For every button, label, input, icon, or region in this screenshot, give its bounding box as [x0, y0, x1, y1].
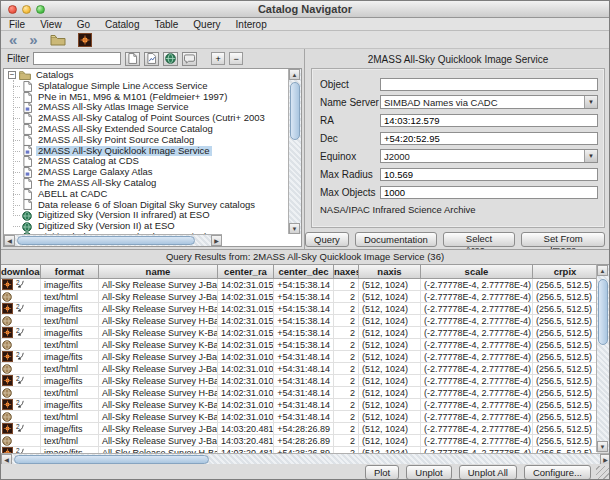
scroll-up-icon[interactable]: ▲ [289, 69, 300, 80]
document-icon [21, 178, 33, 189]
table-row[interactable]: 2image/fitsAll-Sky Release Survey J-Band… [1, 423, 598, 435]
browser-icon[interactable] [2, 436, 12, 446]
browser-icon[interactable] [2, 316, 12, 326]
column-naxes[interactable]: naxes [334, 264, 359, 279]
titlebar[interactable]: Catalog Navigator [1, 1, 609, 18]
plot-download-icon[interactable]: 2 [15, 327, 26, 338]
collapse-all-button[interactable]: − [229, 52, 243, 65]
tree-item[interactable]: Splatalogue Simple Line Access Service [5, 81, 288, 92]
column-center-dec[interactable]: center_dec [274, 264, 334, 279]
unplot-all-button[interactable]: Unplot All [459, 465, 517, 480]
table-row[interactable]: 2image/fitsAll-Sky Release Survey H-Band… [1, 375, 598, 387]
table-vscroll-thumb[interactable] [598, 279, 608, 345]
plot-download-icon[interactable]: 2 [15, 375, 26, 386]
resize-grip[interactable] [596, 466, 609, 479]
chevron-down-icon[interactable]: ▼ [584, 150, 597, 162]
menu-go[interactable]: Go [77, 19, 90, 30]
column-scale[interactable]: scale [421, 264, 533, 279]
table-row[interactable]: 2image/fitsAll-Sky Release Survey K-Band… [1, 399, 598, 411]
set-from-image-button[interactable]: Set From Image [521, 232, 605, 247]
back-button[interactable]: « [9, 33, 17, 47]
documentation-button[interactable]: Documentation [355, 232, 437, 247]
image-preview-icon[interactable] [2, 399, 13, 410]
image-preview-icon[interactable] [2, 303, 13, 314]
column-name[interactable]: name [99, 264, 218, 279]
plot-download-icon[interactable]: 2 [15, 303, 26, 314]
menu-file[interactable]: File [9, 19, 25, 30]
tree-item[interactable]: ABELL at CADC [5, 189, 288, 200]
open-folder-button[interactable] [50, 34, 66, 46]
select-area-button[interactable]: Select Area... [443, 232, 516, 247]
image-display-button[interactable] [78, 33, 92, 47]
tree-vscroll-thumb[interactable] [290, 82, 300, 140]
ra-input[interactable] [380, 114, 598, 127]
column-crpix[interactable]: crpix [533, 264, 598, 279]
tree-hscroll-thumb[interactable] [17, 236, 195, 245]
menu-interop[interactable]: Interop [236, 19, 267, 30]
menu-table[interactable]: Table [154, 19, 178, 30]
table-hscroll-thumb[interactable] [14, 455, 209, 464]
scroll-up-icon[interactable]: ▲ [597, 265, 608, 276]
plot-download-icon[interactable]: 2 [15, 423, 26, 434]
image-preview-icon[interactable] [2, 423, 13, 434]
browser-icon[interactable] [2, 388, 12, 398]
expand-all-button[interactable]: + [211, 52, 225, 65]
table-row[interactable]: 2image/fitsAll-Sky Release Survey H-Band… [1, 303, 598, 315]
table-row[interactable]: text/htmlAll-Sky Release Survey H-Band..… [1, 315, 598, 327]
plot-download-icon[interactable]: 2 [15, 279, 26, 290]
image-preview-icon[interactable] [2, 327, 13, 338]
table-row[interactable]: text/htmlAll-Sky Release Survey K-Band..… [1, 411, 598, 423]
unplot-button[interactable]: Unplot [406, 465, 451, 480]
table-row[interactable]: text/htmlAll-Sky Release Survey K-Band..… [1, 339, 598, 351]
plot-download-icon[interactable]: 2 [15, 351, 26, 362]
tree-vertical-scrollbar[interactable]: ▲ ▼ [288, 69, 301, 234]
dec-input[interactable] [380, 132, 598, 145]
plot-download-icon[interactable]: 2 [15, 399, 26, 410]
browser-icon[interactable] [2, 364, 12, 374]
table-row[interactable]: 2image/fitsAll-Sky Release Survey J-Band… [1, 351, 598, 363]
configure-button[interactable]: Configure... [524, 465, 591, 480]
image-preview-icon[interactable] [2, 375, 13, 386]
column-center-ra[interactable]: center_ra [218, 264, 274, 279]
scroll-right-icon[interactable]: ▶ [211, 235, 222, 246]
table-row[interactable]: 2image/fitsAll-Sky Release Survey J-Band… [1, 279, 598, 291]
table-row[interactable]: text/htmlAll-Sky Release Survey J-Band .… [1, 363, 598, 375]
table-row[interactable]: text/htmlAll-Sky Release Survey J-Band .… [1, 291, 598, 303]
menu-catalog[interactable]: Catalog [105, 19, 139, 30]
table-row[interactable]: text/htmlAll-Sky Release Survey J-Band .… [1, 435, 598, 447]
equinox-select[interactable]: J2000 ▼ [380, 149, 598, 163]
filter-plot-button[interactable] [144, 52, 159, 66]
forward-button[interactable]: » [29, 33, 37, 47]
column-format[interactable]: format [41, 264, 99, 279]
image-preview-icon[interactable] [2, 279, 13, 290]
table-row[interactable]: text/htmlAll-Sky Release Survey H-Band..… [1, 387, 598, 399]
chevron-down-icon[interactable]: ▼ [584, 96, 597, 108]
table-row[interactable]: 2image/fitsAll-Sky Release Survey K-Band… [1, 327, 598, 339]
table-vertical-scrollbar[interactable]: ▲ ▼ [596, 264, 609, 452]
max-radius-input[interactable] [380, 168, 598, 181]
menu-view[interactable]: View [40, 19, 62, 30]
tree-horizontal-scrollbar[interactable]: ◀ ▶ [4, 234, 222, 246]
query-button[interactable]: Query [305, 232, 349, 247]
filter-outline-button[interactable] [182, 52, 197, 66]
column-download[interactable]: download [1, 264, 41, 279]
collapse-expander-icon[interactable]: − [8, 71, 16, 79]
object-input[interactable] [380, 78, 598, 91]
tree-item[interactable]: 2MASS All-Sky Point Source Catalog [5, 135, 288, 146]
max-objects-input[interactable] [380, 186, 598, 199]
name-server-row: Name Server SIMBAD Names via CADC ▼ [320, 93, 598, 111]
image-preview-icon[interactable] [2, 351, 13, 362]
scroll-left-icon[interactable]: ◀ [4, 235, 15, 246]
scroll-down-icon[interactable]: ▼ [289, 223, 300, 234]
browser-icon[interactable] [2, 292, 12, 302]
menu-query[interactable]: Query [193, 19, 220, 30]
name-server-select[interactable]: SIMBAD Names via CADC ▼ [380, 95, 598, 109]
scroll-down-icon[interactable]: ▼ [597, 441, 608, 452]
plot-button[interactable]: Plot [365, 465, 399, 480]
browser-icon[interactable] [2, 340, 12, 350]
filter-imageserver-button[interactable] [163, 52, 178, 66]
filter-catalog-button[interactable] [125, 52, 140, 66]
filter-input[interactable] [33, 52, 121, 65]
column-naxis[interactable]: naxis [359, 264, 421, 279]
browser-icon[interactable] [2, 412, 12, 422]
